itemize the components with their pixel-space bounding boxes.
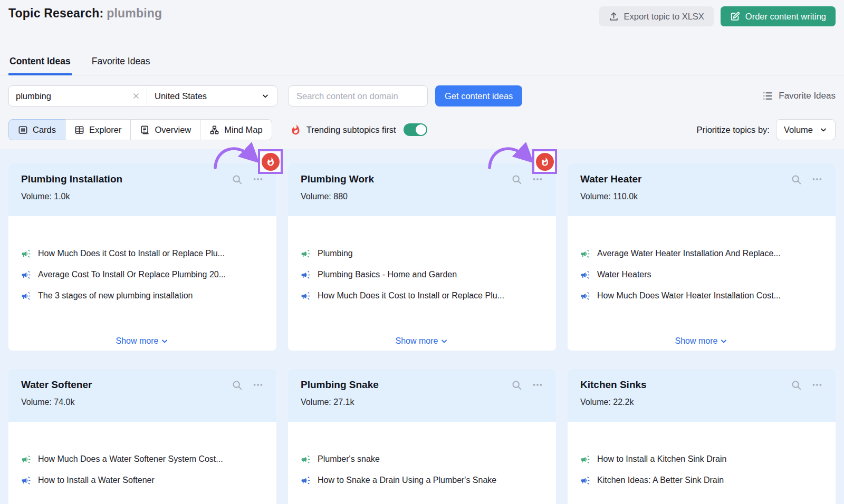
headline-item-text: How Much Does Water Heater Installation … bbox=[597, 291, 781, 301]
prioritize-label: Prioritize topics by: bbox=[696, 125, 769, 135]
search-icon[interactable] bbox=[511, 380, 522, 391]
tabs: Content Ideas Favorite Ideas bbox=[0, 51, 844, 75]
headline-item[interactable]: Kitchen Ideas: A Better Sink Drain bbox=[580, 470, 823, 491]
topic-card: Water Softener Volume: 74.0k How Much Do… bbox=[8, 369, 276, 504]
more-menu-icon[interactable] bbox=[252, 379, 264, 391]
headline-item-text: Water Heaters bbox=[597, 270, 651, 279]
domain-search-input[interactable] bbox=[289, 85, 428, 106]
headline-item[interactable]: How to Install a Kitchen Sink Drain bbox=[580, 449, 823, 470]
tab-content-ideas[interactable]: Content Ideas bbox=[8, 51, 72, 75]
topic-card-tools bbox=[232, 173, 264, 185]
more-menu-icon[interactable] bbox=[252, 173, 264, 185]
headline-item[interactable]: The 3 stages of new plumbing installatio… bbox=[21, 285, 264, 306]
view-overview-button[interactable]: Overview bbox=[130, 119, 200, 140]
trending-subtopics-control: Trending subtopics first bbox=[290, 123, 427, 136]
headline-item[interactable]: Water Heaters bbox=[580, 264, 823, 285]
more-menu-icon[interactable] bbox=[811, 379, 823, 391]
topic-card: Plumbing Installation Volume: 1.0k How M… bbox=[8, 163, 276, 351]
headline-item-text: How to Install a Water Softener bbox=[38, 476, 155, 485]
headline-item[interactable]: Plumbing Basics - Home and Garden bbox=[301, 264, 543, 285]
more-menu-icon[interactable] bbox=[532, 379, 543, 391]
topic-card-title: Plumbing Work bbox=[301, 173, 374, 185]
megaphone-icon bbox=[21, 249, 31, 259]
mind-map-view-icon bbox=[209, 125, 219, 135]
cards-grid: Plumbing Installation Volume: 1.0k How M… bbox=[8, 163, 836, 504]
headline-item[interactable]: How to Snake a Drain Using a Plumber's S… bbox=[301, 470, 543, 491]
topic-card-tools bbox=[232, 379, 264, 391]
page-title: Topic Research:plumbing bbox=[8, 6, 162, 21]
search-icon[interactable] bbox=[232, 174, 243, 185]
search-icon[interactable] bbox=[511, 174, 522, 185]
search-icon[interactable] bbox=[791, 174, 802, 185]
search-icon[interactable] bbox=[232, 380, 243, 391]
headline-item[interactable]: How Much Does a Water Softener System Co… bbox=[21, 449, 264, 470]
trending-subtopics-label: Trending subtopics first bbox=[306, 125, 396, 135]
view-mindmap-button[interactable]: Mind Map bbox=[200, 119, 272, 140]
show-more-link[interactable]: Show more bbox=[396, 336, 449, 346]
topbar: Topic Research:plumbing Export topic to … bbox=[0, 0, 844, 26]
get-content-ideas-button[interactable]: Get content ideas bbox=[435, 85, 522, 106]
show-more-label: Show more bbox=[675, 336, 718, 346]
headline-item[interactable]: Average Cost To Install Or Replace Plumb… bbox=[21, 264, 264, 285]
megaphone-icon bbox=[21, 476, 31, 486]
view-explorer-button[interactable]: Explorer bbox=[65, 119, 131, 140]
headline-item[interactable]: Plumber's snake bbox=[301, 449, 543, 470]
headline-item-text: How Much Does it Cost to Install or Repl… bbox=[318, 291, 504, 301]
megaphone-icon bbox=[580, 291, 590, 301]
topic-card-title: Plumbing Installation bbox=[21, 173, 122, 185]
topic-card-header: Water Softener Volume: 74.0k bbox=[8, 369, 276, 422]
clear-keyword-icon[interactable] bbox=[132, 92, 140, 100]
keyword-input[interactable] bbox=[16, 91, 132, 101]
topic-card-tools bbox=[511, 379, 543, 391]
tab-content-ideas-label: Content Ideas bbox=[9, 56, 71, 66]
megaphone-icon bbox=[301, 249, 311, 259]
topic-card-items: Average Water Heater Installation And Re… bbox=[568, 216, 836, 306]
keyword-field-wrap bbox=[9, 86, 147, 106]
topic-research-page: Topic Research:plumbing Export topic to … bbox=[0, 0, 844, 504]
page-title-query: plumbing bbox=[107, 6, 162, 20]
megaphone-icon bbox=[301, 270, 311, 280]
topic-card-tools bbox=[791, 379, 823, 391]
headline-item[interactable]: How Much Does it Cost to Install or Repl… bbox=[21, 243, 264, 264]
show-more-link[interactable]: Show more bbox=[675, 336, 728, 346]
headline-item-text: Plumber's snake bbox=[318, 454, 380, 464]
headline-item[interactable]: How Much Does it Cost to Install or Repl… bbox=[301, 285, 543, 306]
tab-favorite-ideas[interactable]: Favorite Ideas bbox=[91, 51, 151, 75]
top-actions: Export topic to XLSX Order content writi… bbox=[599, 6, 836, 26]
headline-item-text: The 3 stages of new plumbing installatio… bbox=[38, 291, 193, 301]
order-content-writing-button[interactable]: Order content writing bbox=[721, 6, 836, 26]
headline-item[interactable]: Plumbing bbox=[301, 243, 543, 264]
show-more-label: Show more bbox=[116, 336, 159, 346]
topic-card-tools bbox=[511, 173, 543, 185]
overview-view-icon bbox=[140, 125, 150, 135]
toggle-knob bbox=[416, 124, 426, 135]
headline-item[interactable]: Average Water Heater Installation And Re… bbox=[580, 243, 823, 264]
more-menu-icon[interactable] bbox=[532, 173, 543, 185]
headline-item[interactable]: How Much Does Water Heater Installation … bbox=[580, 285, 823, 306]
megaphone-icon bbox=[580, 476, 590, 486]
prioritize-select[interactable]: Volume bbox=[776, 119, 836, 140]
country-select-value: United States bbox=[155, 91, 207, 101]
topic-card-items: How to Install a Kitchen Sink Drain Kitc… bbox=[568, 422, 836, 491]
show-more-link[interactable]: Show more bbox=[116, 336, 169, 346]
topic-card: Kitchen Sinks Volume: 22.2k How to Insta… bbox=[568, 369, 836, 504]
topic-card-volume: Volume: 880 bbox=[301, 192, 543, 201]
cards-view-icon bbox=[18, 125, 28, 135]
headline-item-text: Plumbing Basics - Home and Garden bbox=[318, 270, 457, 279]
megaphone-icon bbox=[301, 291, 311, 301]
get-content-ideas-label: Get content ideas bbox=[445, 91, 513, 101]
trending-toggle[interactable] bbox=[404, 123, 427, 136]
search-icon[interactable] bbox=[791, 380, 802, 391]
favorite-ideas-link[interactable]: Favorite Ideas bbox=[762, 91, 836, 101]
country-select[interactable]: United States bbox=[147, 86, 277, 106]
view-cards-button[interactable]: Cards bbox=[8, 119, 65, 140]
topic-card-volume: Volume: 22.2k bbox=[580, 398, 823, 407]
topic-card-title: Kitchen Sinks bbox=[580, 379, 647, 391]
topic-card-title: Water Heater bbox=[580, 173, 642, 185]
view-cards-label: Cards bbox=[33, 125, 56, 135]
headline-item[interactable]: How to Install a Water Softener bbox=[21, 470, 264, 491]
view-explorer-label: Explorer bbox=[89, 125, 121, 135]
export-xlsx-button[interactable]: Export topic to XLSX bbox=[599, 6, 714, 26]
show-more-wrap: Show more bbox=[288, 336, 556, 346]
more-menu-icon[interactable] bbox=[811, 173, 823, 185]
